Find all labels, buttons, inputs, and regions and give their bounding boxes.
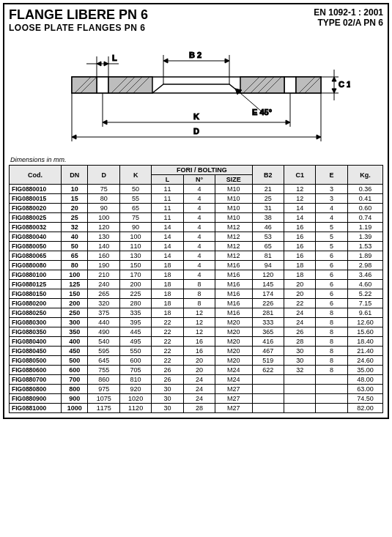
svg-marker-40 [286,120,290,125]
cell-k: 170 [119,270,151,280]
cell-b2: 65 [252,242,284,251]
cell-d: 320 [88,299,119,308]
cell-c1: 16 [284,242,315,251]
cell-size: M20 [215,347,252,356]
cell-d: 240 [88,280,119,289]
cell-n: 24 [183,375,215,385]
cell-c1: 28 [284,337,315,347]
cell-dn: 150 [61,289,88,299]
cell-l: 22 [152,318,183,327]
cell-size: M16 [215,270,252,280]
svg-marker-44 [72,135,76,139]
cell-l: 18 [152,308,183,318]
table-row: FIG08800252510075114M10381440.74 [10,213,383,223]
cell-b2: 25 [252,194,284,204]
cell-b2: 467 [252,347,284,356]
cell-cod: FIG0880020 [10,204,62,213]
cell-d: 190 [88,261,119,270]
table-row: FIG08802502503753351812M162812489.61 [10,308,383,318]
cell-c1: 16 [284,232,315,242]
cell-dn: 200 [61,299,88,308]
cell-dn: 250 [61,308,88,318]
cell-e [316,375,347,385]
cell-k: 1120 [119,404,151,413]
cell-cod: FIG0881000 [10,404,62,413]
cell-size: M24 [215,375,252,385]
cell-b2: 519 [252,356,284,366]
cell-dn: 15 [61,194,88,204]
cell-size: M27 [215,394,252,404]
cell-kg: 5.22 [347,289,382,299]
cell-l: 22 [152,347,183,356]
cell-k: 920 [119,385,151,394]
cell-b2: 31 [252,204,284,213]
cell-cod: FIG0880080 [10,261,62,270]
cell-n: 4 [183,223,215,232]
cell-b2: 622 [252,366,284,375]
cell-c1: 20 [284,289,315,299]
cell-c1: 12 [284,185,315,194]
cell-cod: FIG0880150 [10,289,62,299]
cell-d: 375 [88,308,119,318]
cell-kg: 82.00 [347,404,382,413]
cell-dn: 450 [61,347,88,356]
cell-n: 4 [183,242,215,251]
cell-k: 225 [119,289,151,299]
cell-d: 1075 [88,394,119,404]
cell-n: 8 [183,289,215,299]
table-row: FIG08806006007557052620M2462232835.00 [10,366,383,375]
cell-kg: 3.46 [347,270,382,280]
cell-d: 90 [88,204,119,213]
cell-b2: 174 [252,289,284,299]
cell-n: 4 [183,270,215,280]
cell-dn: 500 [61,356,88,366]
cell-e: 8 [316,318,347,327]
cell-size: M20 [215,356,252,366]
cell-dn: 800 [61,385,88,394]
cell-size: M16 [215,308,252,318]
cell-k: 705 [119,366,151,375]
cell-d: 1175 [88,404,119,413]
dimensions-table: Cod. DN D K FORI / BOLTING B2 C1 E Kg. L… [9,165,383,413]
dim-label-k: K [193,112,199,121]
cell-l: 14 [152,223,183,232]
cell-size: M10 [215,194,252,204]
cell-n: 20 [183,356,215,366]
cell-dn: 1000 [61,404,88,413]
th-d: D [88,166,119,185]
dim-label-d: D [193,127,199,136]
page: FLANGE LIBERE PN 6 LOOSE PLATE FLANGES P… [3,3,389,419]
table-body: FIG0880010107550114M10211230.36FIG088001… [10,185,383,413]
cell-l: 18 [152,261,183,270]
cell-k: 600 [119,356,151,366]
th-b2: B2 [252,166,284,185]
table-row: FIG0880900900107510203024M2774.50 [10,394,383,404]
cell-c1: 24 [284,308,315,318]
table-row: FIG088006565160130144M12811661.89 [10,251,383,261]
cell-d: 75 [88,185,119,194]
cell-l: 26 [152,375,183,385]
cell-n: 4 [183,204,215,213]
cell-d: 975 [88,385,119,394]
cell-k: 55 [119,194,151,204]
table-row: FIG0880200200320280188M162262267.15 [10,299,383,308]
table-row: FIG08807007008608102624M2448.00 [10,375,383,385]
cell-size: M12 [215,251,252,261]
cell-l: 22 [152,337,183,347]
th-dn: DN [61,166,88,185]
cell-b2 [252,394,284,404]
cell-cod: FIG0880065 [10,251,62,261]
svg-rect-1 [97,77,108,93]
table-row: FIG08804004005404952216M2041628818.40 [10,337,383,347]
cell-l: 14 [152,251,183,261]
flange-cross-section-icon: L B 2 C 1 E 45° K [42,42,350,152]
cell-size: M10 [215,185,252,194]
cell-d: 440 [88,318,119,327]
cell-l: 11 [152,194,183,204]
cell-e: 6 [316,261,347,270]
cell-n: 12 [183,318,215,327]
cell-kg: 9.61 [347,308,382,318]
cell-l: 14 [152,242,183,251]
cell-b2: 46 [252,223,284,232]
cell-dn: 350 [61,327,88,337]
